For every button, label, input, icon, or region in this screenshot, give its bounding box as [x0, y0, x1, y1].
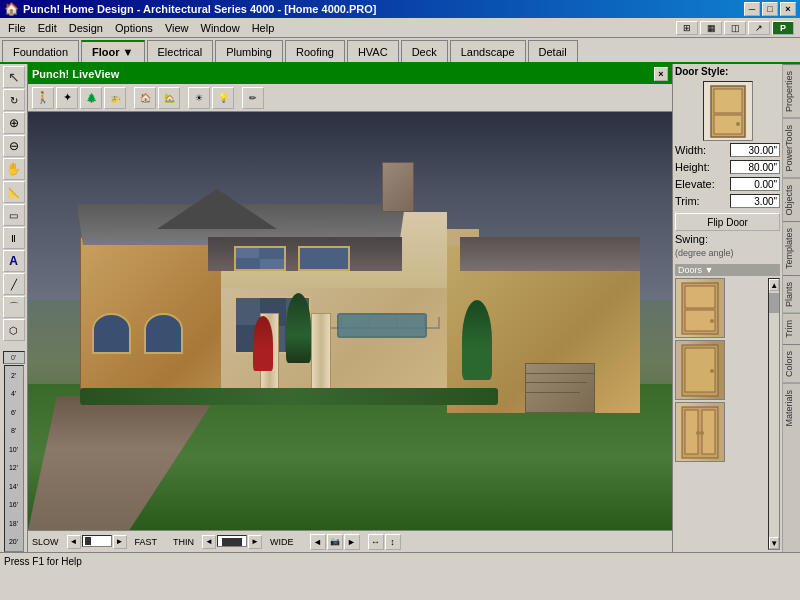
- window-arch-1: [92, 313, 131, 355]
- nav-expand-h[interactable]: ↔: [368, 534, 384, 550]
- rvt-objects[interactable]: Objects: [783, 178, 800, 222]
- toolbar-icon-view2[interactable]: ◫: [724, 21, 746, 35]
- tab-roofing[interactable]: Roofing: [285, 40, 345, 62]
- tool-polygon[interactable]: ⬡: [3, 319, 25, 341]
- rvt-properties[interactable]: Properties: [783, 64, 800, 118]
- lv-tool-pencil[interactable]: ✏: [242, 87, 264, 109]
- door-thumb-1[interactable]: [675, 278, 725, 338]
- ruler-left: 2' 4' 6' 8' 10' 12' 14' 16' 18' 20': [4, 365, 24, 552]
- tool-draw-rect[interactable]: ▭: [3, 204, 25, 226]
- door-style-preview: [703, 81, 753, 141]
- tool-text[interactable]: A: [3, 250, 25, 272]
- speed-increase[interactable]: ►: [113, 535, 127, 549]
- tab-floor[interactable]: Floor ▼: [81, 40, 144, 62]
- rvt-templates[interactable]: Templates: [783, 221, 800, 275]
- hedge-row: [80, 388, 499, 405]
- nav-camera[interactable]: 📷: [327, 534, 343, 550]
- nav-left[interactable]: ◄: [310, 534, 326, 550]
- status-text: Press F1 for Help: [4, 556, 82, 567]
- menu-options[interactable]: Options: [109, 20, 159, 36]
- scroll-thumb[interactable]: [769, 293, 779, 313]
- rvt-trim[interactable]: Trim: [783, 313, 800, 344]
- svg-rect-12: [685, 410, 698, 454]
- elevate-input[interactable]: [730, 177, 780, 191]
- menu-window[interactable]: Window: [195, 20, 246, 36]
- nav-expand-v[interactable]: ↕: [385, 534, 401, 550]
- speed-control: ◄ ►: [67, 535, 127, 549]
- tab-foundation[interactable]: Foundation: [2, 40, 79, 62]
- tool-pan[interactable]: ✋: [3, 158, 25, 180]
- rvt-colors[interactable]: Colors: [783, 344, 800, 383]
- menu-help[interactable]: Help: [246, 20, 281, 36]
- liveview-close[interactable]: ×: [654, 67, 668, 81]
- lv-tool-house2[interactable]: 🏡: [158, 87, 180, 109]
- tool-select[interactable]: ↖: [3, 66, 25, 88]
- nav-right[interactable]: ►: [344, 534, 360, 550]
- width-increase[interactable]: ►: [248, 535, 262, 549]
- door-preview-svg: [708, 84, 748, 139]
- lv-tool-house[interactable]: 🏠: [134, 87, 156, 109]
- minimize-button[interactable]: ─: [744, 2, 760, 16]
- lv-tool-fly[interactable]: ✦: [56, 87, 78, 109]
- doors-section-header[interactable]: Doors ▼: [675, 264, 780, 276]
- tree-red: [253, 316, 273, 371]
- right-main-panel: Door Style: Width: Height: Elevat: [673, 64, 782, 552]
- speed-decrease[interactable]: ◄: [67, 535, 81, 549]
- tool-draw-wall[interactable]: Ⅱ: [3, 227, 25, 249]
- bottom-bar: SLOW ◄ ► FAST THIN ◄ ► WIDE ◄ 📷: [28, 530, 672, 552]
- tab-deck[interactable]: Deck: [401, 40, 448, 62]
- toolbar-icon-arrow[interactable]: ↗: [748, 21, 770, 35]
- door-thumb-3[interactable]: [675, 402, 725, 462]
- svg-rect-5: [685, 286, 715, 308]
- tool-arc[interactable]: ⌒: [3, 296, 25, 318]
- lv-tool-walk[interactable]: 🚶: [32, 87, 54, 109]
- menu-design[interactable]: Design: [63, 20, 109, 36]
- menu-view[interactable]: View: [159, 20, 195, 36]
- flip-door-button[interactable]: Flip Door: [675, 213, 780, 231]
- tool-measure[interactable]: 📐: [3, 181, 25, 203]
- toolbar-icon-view1[interactable]: ▦: [700, 21, 722, 35]
- lv-tool-light[interactable]: 💡: [212, 87, 234, 109]
- rvt-powertools[interactable]: PowerTools: [783, 118, 800, 178]
- width-decrease[interactable]: ◄: [202, 535, 216, 549]
- rvt-plants[interactable]: Plants: [783, 275, 800, 313]
- title-bar-left: 🏠 Punch! Home Design - Architectural Ser…: [4, 2, 377, 16]
- height-input[interactable]: [730, 160, 780, 174]
- maximize-button[interactable]: □: [762, 2, 778, 16]
- rvt-materials[interactable]: Materials: [783, 383, 800, 433]
- scroll-up-button[interactable]: ▲: [769, 279, 779, 291]
- elevate-row: Elevate:: [675, 177, 780, 191]
- 3d-viewport[interactable]: [28, 112, 672, 530]
- lv-tool-person[interactable]: 🚁: [104, 87, 126, 109]
- menu-edit[interactable]: Edit: [32, 20, 63, 36]
- viewport-container: Punch! LiveView × 🚶 ✦ 🌲 🚁 🏠 🏡 ☀ 💡 ✏: [28, 64, 672, 552]
- tool-zoom-in[interactable]: ⊕: [3, 112, 25, 134]
- width-wide-label: WIDE: [270, 537, 294, 547]
- toolbar-icon-grid[interactable]: ⊞: [676, 21, 698, 35]
- ruler-indicator: 0': [3, 351, 25, 364]
- doors-scrollbar: ▲ ▼: [768, 278, 780, 550]
- tree-1: [286, 293, 311, 363]
- tool-line[interactable]: ╱: [3, 273, 25, 295]
- tab-hvac[interactable]: HVAC: [347, 40, 399, 62]
- toolbar-icon-punch[interactable]: P: [772, 21, 794, 35]
- tab-landscape[interactable]: Landscape: [450, 40, 526, 62]
- tab-detail[interactable]: Detail: [528, 40, 578, 62]
- menu-file[interactable]: File: [2, 20, 32, 36]
- door-thumb-2[interactable]: [675, 340, 725, 400]
- tab-electrical[interactable]: Electrical: [147, 40, 214, 62]
- tool-zoom-out[interactable]: ⊖: [3, 135, 25, 157]
- nav-controls-2: ↔ ↕: [368, 534, 401, 550]
- lv-tool-sun[interactable]: ☀: [188, 87, 210, 109]
- close-button[interactable]: ×: [780, 2, 796, 16]
- app-title: Punch! Home Design - Architectural Serie…: [23, 3, 377, 15]
- scroll-down-button[interactable]: ▼: [769, 537, 779, 549]
- menu-bar: File Edit Design Options View Window Hel…: [0, 18, 800, 38]
- left-toolbar: ↖ ↻ ⊕ ⊖ ✋ 📐 ▭ Ⅱ A ╱ ⌒ ⬡ 0' 2' 4' 6' 8' 1…: [0, 64, 28, 552]
- svg-point-3: [736, 122, 740, 126]
- tab-plumbing[interactable]: Plumbing: [215, 40, 283, 62]
- trim-input[interactable]: [730, 194, 780, 208]
- lv-tool-tree[interactable]: 🌲: [80, 87, 102, 109]
- tool-rotate[interactable]: ↻: [3, 89, 25, 111]
- width-input[interactable]: [730, 143, 780, 157]
